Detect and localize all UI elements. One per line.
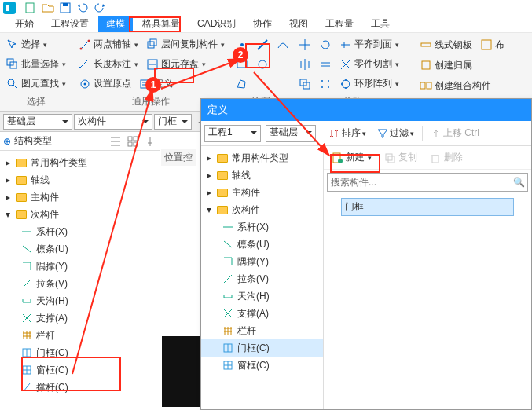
rotate-tool[interactable] <box>316 37 335 53</box>
dlg-tree-corner[interactable]: 隅撑(Y) <box>201 253 323 270</box>
menu-start[interactable]: 开始 <box>7 16 42 32</box>
line-steel-btn[interactable]: 线式钢板 <box>416 37 475 53</box>
tree-purlin[interactable]: 檩条(U) <box>0 240 160 258</box>
layer-copy-btn[interactable]: 层间复制构件▾ <box>143 36 228 53</box>
rod-icon <box>21 278 32 289</box>
tree-rail[interactable]: 栏杆 <box>0 327 160 344</box>
save-icon[interactable] <box>59 2 72 14</box>
dlg-new-btn[interactable]: 新建▾ <box>328 149 375 166</box>
menu-view[interactable]: 视图 <box>281 16 316 32</box>
dlg-tree-xigan[interactable]: 系杆(X) <box>201 218 323 236</box>
menu-qty[interactable]: 格具算量 <box>134 16 188 32</box>
floor-select[interactable]: 基础层 <box>3 114 72 130</box>
rect-tool[interactable] <box>233 57 251 72</box>
tree-corner[interactable]: 隅撑(Y) <box>0 258 160 275</box>
search-icon[interactable]: 🔍 <box>510 177 527 188</box>
align-face-btn[interactable]: 平齐到面▾ <box>336 36 402 53</box>
tree-axis[interactable]: ▸轴线 <box>0 171 160 189</box>
menu-tool[interactable]: 工具 <box>363 16 398 32</box>
dlg-tree-purlin[interactable]: 檩条(U) <box>201 236 323 253</box>
length-dim-btn[interactable]: 长度标注▾ <box>75 56 141 72</box>
menu-gcl[interactable]: 工程量 <box>317 16 361 32</box>
grid-view-icon[interactable] <box>127 135 139 148</box>
expand-all-icon[interactable]: ⊕ <box>3 136 11 147</box>
tree-xigan[interactable]: 系杆(X) <box>0 223 160 240</box>
svg-rect-35 <box>128 142 132 146</box>
offset-tool[interactable] <box>295 76 314 92</box>
select-btn[interactable]: 选择▾ <box>3 36 50 53</box>
arc-tool[interactable] <box>273 37 292 53</box>
tree-windowframe[interactable]: 窗框(C) <box>0 361 160 379</box>
point-tool[interactable] <box>233 37 251 53</box>
twopt-axis-btn[interactable]: 两点辅轴▾ <box>75 36 141 53</box>
circle-tool[interactable] <box>253 57 272 72</box>
rail-icon <box>222 325 233 336</box>
redo-icon[interactable] <box>94 2 106 14</box>
poly-tool[interactable] <box>233 76 251 92</box>
component-select[interactable]: 门框 <box>154 114 192 130</box>
dlg-tree-main[interactable]: ▸主构件 <box>201 184 323 201</box>
dlg-tree-rod[interactable]: 拉条(V) <box>201 270 323 287</box>
pin-icon[interactable] <box>144 135 156 148</box>
list-view-icon[interactable] <box>109 135 122 148</box>
batch-select-btn[interactable]: 批量选择▾ <box>3 56 69 72</box>
dlg-tree-brace[interactable]: 支撑(A) <box>201 305 323 322</box>
dlg-tree-gutter[interactable]: 天沟(H) <box>201 287 323 305</box>
menu-project-settings[interactable]: 工程设置 <box>43 16 97 32</box>
open-icon[interactable] <box>42 2 54 14</box>
dlg-floor-select[interactable]: 基础层 <box>266 125 316 142</box>
tree-sub[interactable]: ▾次构件 <box>0 206 160 223</box>
tree-main[interactable]: ▸主构件 <box>0 189 160 206</box>
move-tool[interactable] <box>295 37 314 53</box>
dlg-filter-btn[interactable]: 过滤▾ <box>374 125 417 141</box>
rect-icon <box>236 58 248 71</box>
tree-common[interactable]: ▸常用构件类型 <box>0 154 160 171</box>
define-btn[interactable]: 定义 <box>136 75 176 92</box>
misc-btn1[interactable]: 布 <box>477 37 508 53</box>
tree-purlin-label: 檩条(U) <box>36 243 68 256</box>
svg-rect-0 <box>26 3 34 13</box>
dlg-tree-doorframe[interactable]: 门框(C) <box>201 339 323 357</box>
ring-array-btn[interactable]: 环形阵列▾ <box>336 75 402 92</box>
menu-modeling[interactable]: 建模 <box>98 16 133 32</box>
dlg-sort-btn[interactable]: 排序▾ <box>326 125 369 141</box>
part-cut-label: 零件切割 <box>354 57 392 71</box>
svg-rect-28 <box>421 43 431 46</box>
new-comb-btn[interactable]: 创建组合构件 <box>416 78 494 94</box>
member-value: 次构件 <box>78 115 106 126</box>
tie-icon <box>222 221 233 232</box>
new-home-btn[interactable]: 创建归属 <box>416 57 475 74</box>
new-icon[interactable] <box>24 2 37 14</box>
mirror-tool[interactable] <box>295 57 314 72</box>
dlg-moveup-btn[interactable]: 上移 Ctrl <box>427 125 482 141</box>
member-select[interactable]: 次构件 <box>74 114 152 130</box>
array-tool[interactable] <box>316 76 335 92</box>
tree-rod[interactable]: 拉条(V) <box>0 275 160 292</box>
menu-collab[interactable]: 协作 <box>245 16 280 32</box>
dlg-tree-sub[interactable]: ▾次构件 <box>201 201 323 218</box>
rod-icon <box>222 273 233 284</box>
undo-icon[interactable] <box>76 2 89 14</box>
elem-find-label: 图元查找 <box>21 77 59 90</box>
dlg-project-value: 工程1 <box>208 126 233 137</box>
tree-doorframe[interactable]: 门框(C) <box>0 344 160 361</box>
menu-cad[interactable]: CAD识别 <box>189 16 244 32</box>
purlin-icon <box>222 239 233 250</box>
tree-rail-label: 栏杆 <box>36 329 55 342</box>
dlg-result-item[interactable]: 门框 <box>341 198 514 216</box>
tree-brace[interactable]: 支撑(A) <box>0 309 160 327</box>
tree-gutter[interactable]: 天沟(H) <box>0 292 160 309</box>
tree-strut[interactable]: 撑杆(C) <box>0 379 160 396</box>
dlg-tree-common[interactable]: ▸常用构件类型 <box>201 149 323 167</box>
dlg-tree-rail[interactable]: 栏杆 <box>201 322 323 339</box>
dlg-project-select[interactable]: 工程1 <box>204 125 261 142</box>
dlg-tree-windowframe[interactable]: 窗框(C) <box>201 357 323 374</box>
trim-tool[interactable] <box>316 57 335 72</box>
elem-find-btn[interactable]: 图元查找▾ <box>3 75 69 92</box>
set-origin-btn[interactable]: 设置原点 <box>75 75 134 92</box>
dlg-tree-axis[interactable]: ▸轴线 <box>201 167 323 184</box>
dlg-search-input[interactable] <box>328 177 510 188</box>
elem-store-btn[interactable]: 图元存盘▾ <box>143 56 209 72</box>
line-tool[interactable] <box>253 37 272 53</box>
part-cut-btn[interactable]: 零件切割▾ <box>336 56 402 72</box>
